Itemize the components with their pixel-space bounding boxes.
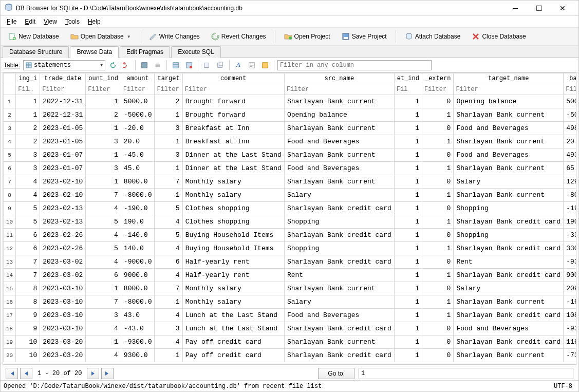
cell-target[interactable]: 3 — [155, 322, 182, 335]
new-database-button[interactable]: New Database — [4, 30, 64, 43]
cell-ing[interactable]: 3 — [16, 148, 40, 162]
minimize-button[interactable]: ─ — [503, 1, 527, 16]
cell-ing[interactable]: 10 — [16, 335, 40, 349]
cell-src[interactable]: Sharlayan Bank current — [284, 282, 394, 295]
table-row[interactable]: 1262023-02-265140.04Buying Household Ite… — [4, 242, 577, 255]
cell-balance[interactable]: 20.0 — [564, 135, 576, 148]
cell-date[interactable]: 2023-03-10 — [40, 295, 86, 309]
cell-target[interactable]: 2 — [155, 95, 182, 108]
chevron-down-icon[interactable]: ▼ — [127, 34, 131, 39]
cell-oi[interactable]: 4 — [86, 229, 121, 242]
cell-comment[interactable]: Breakfast at Inn — [182, 122, 284, 135]
cell-tn[interactable]: Rent — [454, 255, 564, 269]
cell-src[interactable]: Food and Beverages — [284, 309, 394, 322]
cell-amount[interactable]: -9300.0 — [121, 335, 155, 349]
cell-amount[interactable]: 43.0 — [121, 309, 155, 322]
cell-ing[interactable]: 7 — [16, 269, 40, 282]
cell-comment[interactable]: Monthly salary — [182, 189, 284, 202]
cell-amount[interactable]: -8000.0 — [121, 189, 155, 202]
cell-amount[interactable]: 9000.0 — [121, 269, 155, 282]
cell-tn[interactable]: Food and Beverages — [454, 148, 564, 162]
table-row[interactable]: 1372023-03-024-9000.06Half-yearly rentSh… — [4, 255, 577, 269]
menu-view[interactable]: View — [41, 17, 60, 26]
col-src-name[interactable]: src_name — [284, 73, 394, 84]
cell-comment[interactable]: Dinner at the Last Stand — [182, 162, 284, 175]
table-row[interactable]: 1682023-03-107-8000.01Monthly salarySala… — [4, 295, 577, 309]
cell-amount[interactable]: 140.0 — [121, 242, 155, 255]
row-number[interactable]: 11 — [4, 229, 16, 242]
filter-target[interactable] — [155, 84, 182, 95]
cell-oi[interactable]: 1 — [86, 95, 121, 108]
row-number[interactable]: 13 — [4, 255, 16, 269]
cell-ex[interactable]: 0 — [422, 282, 453, 295]
cell-ei[interactable]: 1 — [394, 189, 422, 202]
cell-ei[interactable]: 1 — [394, 309, 422, 322]
cell-src[interactable]: Sharlayan Bank current — [284, 335, 394, 349]
row-number[interactable]: 18 — [4, 322, 16, 335]
cell-comment[interactable]: Buying Household Items — [182, 229, 284, 242]
cell-src[interactable]: Salary — [284, 295, 394, 309]
cell-target[interactable]: 5 — [155, 229, 182, 242]
cell-ei[interactable]: 1 — [394, 162, 422, 175]
tab-pragmas[interactable]: Edit Pragmas — [120, 46, 170, 58]
cell-ei[interactable]: 1 — [394, 255, 422, 269]
cell-date[interactable]: 2023-02-13 — [40, 215, 86, 229]
tab-structure[interactable]: Database Structure — [3, 46, 69, 58]
cell-src[interactable]: Food and Beverages — [284, 162, 394, 175]
filter-amount[interactable] — [121, 84, 155, 95]
filter-ex[interactable] — [422, 84, 453, 95]
cell-balance[interactable]: -330.0 — [564, 229, 576, 242]
cell-date[interactable]: 2023-03-20 — [40, 335, 86, 349]
col-amount[interactable]: amount — [121, 73, 155, 84]
cell-balance[interactable]: 330.0 — [564, 242, 576, 255]
col-ount-ind[interactable]: ount_ind — [86, 73, 121, 84]
cell-ing[interactable]: 2 — [16, 122, 40, 135]
filter-ei[interactable] — [395, 84, 422, 95]
save-project-button[interactable]: Save Project — [337, 30, 391, 43]
cell-date[interactable]: 2023-03-02 — [40, 269, 86, 282]
cell-ex[interactable]: 0 — [422, 229, 453, 242]
cell-ex[interactable]: 1 — [422, 135, 453, 148]
cell-ing[interactable]: 4 — [16, 189, 40, 202]
print-button[interactable] — [152, 60, 163, 71]
cell-oi[interactable]: 2 — [86, 108, 121, 122]
cell-ing[interactable]: 2 — [16, 135, 40, 148]
row-number[interactable]: 10 — [4, 215, 16, 229]
cell-tn[interactable]: Food and Beverages — [454, 122, 564, 135]
cell-ex[interactable]: 0 — [422, 349, 453, 362]
cell-tn[interactable]: Sharlayan Bank current — [454, 108, 564, 122]
filter-comment[interactable] — [183, 84, 284, 95]
row-number[interactable]: 14 — [4, 269, 16, 282]
cell-ex[interactable]: 1 — [422, 295, 453, 309]
cell-ing[interactable]: 9 — [16, 309, 40, 322]
table-row[interactable]: 1052023-02-135190.04Clothes shoppingShop… — [4, 215, 577, 229]
cell-ex[interactable]: 0 — [422, 335, 453, 349]
cell-balance[interactable]: 190.0 — [564, 215, 576, 229]
cell-ex[interactable]: 1 — [422, 189, 453, 202]
cell-date[interactable]: 2023-01-07 — [40, 148, 86, 162]
cell-ei[interactable]: 1 — [394, 122, 422, 135]
cell-comment[interactable]: Breakfast at Inn — [182, 135, 284, 148]
cell-ei[interactable]: 1 — [394, 295, 422, 309]
cell-comment[interactable]: Monthly salary — [182, 295, 284, 309]
export-button[interactable] — [259, 60, 271, 71]
cell-oi[interactable]: 3 — [86, 135, 121, 148]
cell-target[interactable]: 4 — [155, 335, 182, 349]
cell-target[interactable]: 4 — [155, 215, 182, 229]
cell-amount[interactable]: -9000.0 — [121, 255, 155, 269]
cell-ing[interactable]: 8 — [16, 282, 40, 295]
cell-balance[interactable]: -9330.0 — [564, 255, 576, 269]
cell-amount[interactable]: -190.0 — [121, 202, 155, 215]
cell-ei[interactable]: 1 — [394, 175, 422, 189]
cell-ex[interactable]: 0 — [422, 175, 453, 189]
cell-date[interactable]: 2022-12-31 — [40, 108, 86, 122]
row-number[interactable]: 15 — [4, 282, 16, 295]
goto-input[interactable] — [359, 368, 573, 379]
cell-ing[interactable]: 6 — [16, 242, 40, 255]
col-trade-date[interactable]: trade_date — [40, 73, 86, 84]
menu-help[interactable]: Help — [85, 17, 104, 26]
cell-ei[interactable]: 1 — [394, 135, 422, 148]
cell-ing[interactable]: 9 — [16, 322, 40, 335]
table-row[interactable]: 842023-02-107-8000.01Monthly salarySalar… — [4, 189, 577, 202]
cell-oi[interactable]: 5 — [86, 215, 121, 229]
